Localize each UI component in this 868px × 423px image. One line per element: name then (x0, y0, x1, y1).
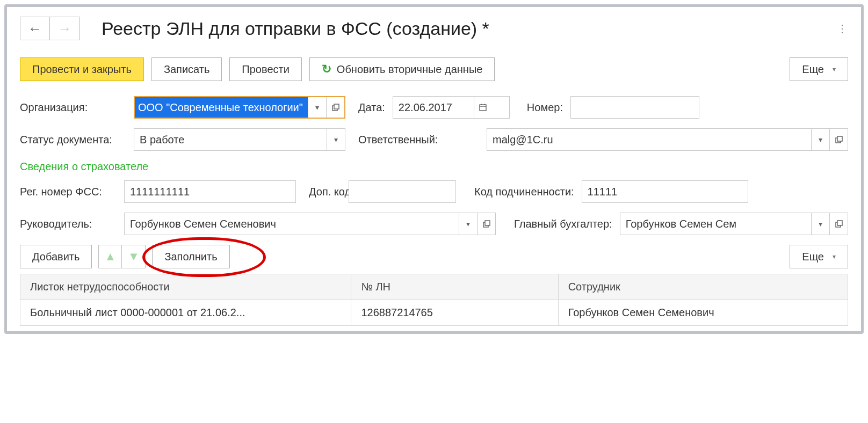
fss-reg-input[interactable] (124, 180, 296, 203)
label-responsible: Ответственный: (358, 134, 479, 146)
responsible-input[interactable]: ▾ (487, 128, 848, 151)
post-button[interactable]: Провести (229, 57, 301, 81)
row-head-chiefacc: Руководитель: ▾ Главный бухгалтер: ▾ (20, 213, 848, 235)
row-org-date-number: Организация: ООО "Современные технологии… (20, 96, 848, 119)
responsible-field[interactable] (487, 129, 811, 150)
post-and-close-button[interactable]: Провести и закрыть (20, 57, 144, 81)
label-dop-kod: Доп. код: (309, 186, 341, 198)
number-input[interactable] (570, 96, 699, 119)
chief-accountant-field[interactable] (620, 213, 811, 235)
table-row[interactable]: Больничный лист 0000-000001 от 21.06.2..… (20, 300, 848, 326)
fss-reg-field[interactable] (125, 181, 295, 202)
dropdown-icon[interactable]: ▾ (308, 97, 326, 118)
save-button[interactable]: Записать (151, 57, 222, 81)
subord-code-field[interactable] (582, 181, 748, 202)
open-icon[interactable] (829, 129, 848, 150)
cell-sick-leave: Больничный лист 0000-000001 от 21.06.2..… (20, 300, 351, 326)
page-title: Реестр ЭЛН для отправки в ФСС (создание)… (102, 18, 489, 39)
col-sick-leave[interactable]: Листок нетрудоспособности (20, 274, 351, 300)
svg-rect-1 (334, 104, 339, 109)
fill-button-wrapper: Заполнить (152, 245, 229, 268)
eln-table: Листок нетрудоспособности № ЛН Сотрудник… (20, 274, 848, 326)
row-fss-codes: Рег. номер ФСС: Доп. код: Код подчиненно… (20, 180, 848, 203)
refresh-secondary-label: Обновить вторичные данные (337, 63, 483, 76)
open-icon[interactable] (829, 213, 848, 235)
section-insurer-title: Сведения о страхователе (20, 161, 848, 173)
chief-accountant-input[interactable]: ▾ (620, 213, 848, 235)
header-row: ← → Реестр ЭЛН для отправки в ФСС (созда… (20, 17, 848, 40)
svg-rect-9 (485, 221, 490, 225)
dropdown-icon[interactable]: ▾ (811, 213, 829, 235)
add-button[interactable]: Добавить (20, 245, 92, 268)
form-window: ← → Реестр ЭЛН для отправки в ФСС (созда… (4, 4, 864, 334)
label-date: Дата: (358, 101, 385, 114)
move-down-button[interactable]: ▼ (122, 245, 146, 268)
refresh-secondary-button[interactable]: ↻ Обновить вторичные данные (309, 57, 495, 81)
open-icon[interactable] (326, 97, 344, 118)
subord-code-input[interactable] (582, 180, 748, 203)
dropdown-icon[interactable]: ▾ (327, 129, 345, 150)
arrow-down-icon: ▼ (128, 250, 140, 264)
label-status: Статус документа: (20, 134, 126, 146)
cell-ln-number: 126887214765 (351, 300, 558, 326)
date-input[interactable] (393, 96, 510, 119)
nav-forward-button[interactable]: → (50, 17, 80, 40)
arrow-right-icon: → (58, 20, 72, 37)
organization-input[interactable]: ООО "Современные технологии" ▾ (134, 96, 345, 119)
label-organization: Организация: (20, 101, 126, 114)
col-employee[interactable]: Сотрудник (558, 274, 848, 300)
arrow-up-icon: ▲ (105, 250, 117, 264)
col-ln-number[interactable]: № ЛН (351, 274, 558, 300)
row-status-responsible: Статус документа: ▾ Ответственный: ▾ (20, 128, 848, 151)
calendar-icon[interactable] (474, 97, 492, 118)
head-field[interactable] (125, 213, 459, 235)
table-header-row: Листок нетрудоспособности № ЛН Сотрудник (20, 274, 848, 300)
refresh-icon: ↻ (322, 62, 331, 76)
nav-back-button[interactable]: ← (20, 17, 50, 40)
status-input[interactable]: ▾ (134, 128, 345, 151)
header-menu-icon[interactable]: ⋮ (837, 22, 848, 35)
fill-button[interactable]: Заполнить (152, 245, 229, 268)
arrow-left-icon: ← (28, 20, 42, 37)
more-button[interactable]: Еще (790, 57, 848, 81)
svg-rect-11 (837, 221, 842, 225)
label-number: Номер: (527, 101, 563, 114)
label-fss-reg: Рег. номер ФСС: (20, 186, 117, 198)
svg-rect-7 (837, 136, 842, 141)
organization-value: ООО "Современные технологии" (135, 97, 308, 118)
date-field[interactable] (393, 97, 474, 118)
number-field[interactable] (571, 97, 699, 118)
label-subord-code: Код подчиненности: (474, 186, 574, 198)
cell-employee: Горбунков Семен Семенович (558, 300, 848, 326)
table-toolbar: Добавить ▲ ▼ Заполнить Еще (20, 245, 848, 268)
command-toolbar: Провести и закрыть Записать Провести ↻ О… (20, 57, 848, 81)
nav-buttons: ← → (20, 17, 80, 40)
open-icon[interactable] (477, 213, 495, 235)
dop-kod-field[interactable] (349, 181, 455, 202)
move-up-button[interactable]: ▲ (98, 245, 122, 268)
svg-rect-2 (480, 105, 486, 111)
dropdown-icon[interactable]: ▾ (811, 129, 829, 150)
label-head: Руководитель: (20, 218, 117, 230)
dropdown-icon[interactable]: ▾ (459, 213, 477, 235)
head-input[interactable]: ▾ (124, 213, 496, 235)
label-chief-accountant: Главный бухгалтер: (514, 218, 612, 230)
dop-kod-input[interactable] (349, 180, 456, 203)
status-field[interactable] (134, 129, 327, 150)
table-more-button[interactable]: Еще (790, 245, 848, 268)
